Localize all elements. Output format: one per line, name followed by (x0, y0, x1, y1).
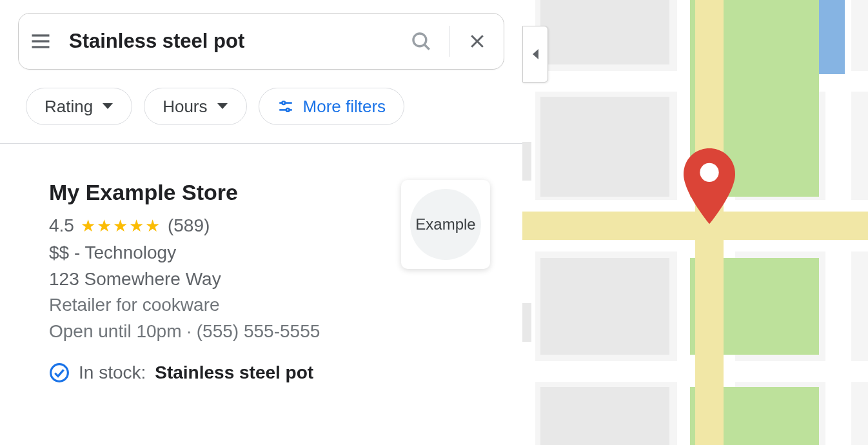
result-title: My Example Store (49, 180, 388, 205)
filter-hours[interactable]: Hours (144, 88, 246, 125)
svg-point-10 (286, 108, 289, 112)
caret-down-icon (217, 103, 228, 110)
svg-point-12 (700, 163, 718, 182)
filters-row: Rating Hours More filters (0, 70, 522, 125)
collapse-panel-button[interactable] (522, 26, 548, 83)
filter-hours-label: Hours (163, 97, 207, 117)
search-input[interactable] (56, 30, 408, 53)
caret-down-icon (102, 103, 113, 110)
star-icons: ★★★★★ (81, 216, 161, 236)
address: 123 Somewhere Way (49, 266, 388, 293)
sliders-icon (277, 98, 294, 115)
svg-point-11 (51, 364, 68, 382)
rating-row: 4.5 ★★★★★ (589) (49, 215, 388, 236)
hours-phone: Open until 10pm · (555) 555-5555 (49, 319, 388, 345)
menu-button[interactable] (25, 26, 56, 57)
stock-row: In stock: Stainless steel pot (49, 362, 388, 383)
review-count: (589) (168, 215, 210, 236)
clear-button[interactable] (464, 28, 491, 55)
filter-rating-label: Rating (44, 97, 93, 117)
svg-point-8 (282, 101, 285, 104)
hamburger-icon (29, 30, 52, 53)
svg-point-3 (413, 34, 426, 46)
rating-value: 4.5 (49, 215, 74, 236)
divider (449, 26, 449, 57)
description: Retailer for cookware (49, 292, 388, 319)
search-button[interactable] (408, 28, 435, 55)
stock-label: In stock: (79, 362, 146, 383)
svg-line-4 (424, 44, 429, 50)
stock-product: Stainless steel pot (155, 362, 313, 383)
search-icon (410, 30, 432, 52)
filter-rating[interactable]: Rating (26, 88, 132, 125)
thumbnail-label: Example (410, 189, 481, 260)
search-bar (18, 13, 504, 70)
price-category: $$ - Technology (49, 240, 388, 266)
close-icon (468, 32, 487, 51)
caret-left-icon (531, 48, 540, 61)
checkmark-circle-icon (49, 362, 70, 383)
map-canvas[interactable] (522, 0, 868, 445)
search-panel: Rating Hours More filters My Example Sto… (0, 0, 522, 445)
filter-more-label: More filters (303, 97, 386, 117)
filter-more[interactable]: More filters (259, 88, 405, 125)
map-pin-icon[interactable] (682, 148, 737, 226)
result-card[interactable]: My Example Store 4.5 ★★★★★ (589) $$ - Te… (0, 144, 522, 383)
result-thumbnail[interactable]: Example (401, 180, 490, 269)
